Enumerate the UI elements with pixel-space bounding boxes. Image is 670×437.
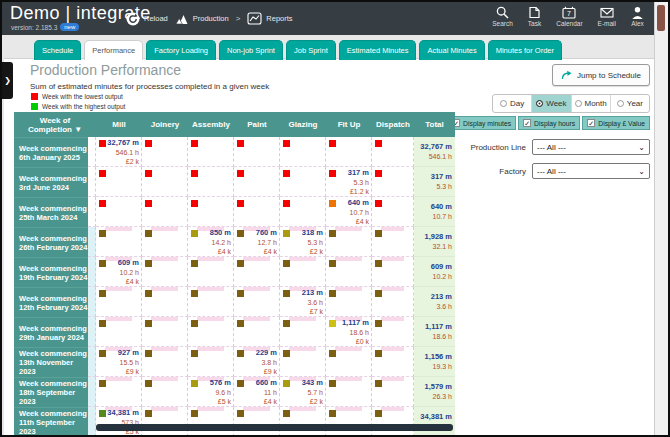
column-header-week-of-completion[interactable]: Week ofCompletion ▼ xyxy=(14,112,96,137)
cell-joinery[interactable] xyxy=(142,197,188,227)
tab-performance[interactable]: Performance xyxy=(84,40,143,60)
column-header-paint[interactable]: Paint xyxy=(234,112,280,137)
cell-mill[interactable] xyxy=(96,167,142,197)
cell-dispatch[interactable] xyxy=(372,257,414,287)
cell-mill[interactable] xyxy=(96,287,142,317)
tab-actual-minutes[interactable]: Actual Minutes xyxy=(419,40,484,60)
toggle-display-minutes[interactable]: ✓Display minutes xyxy=(447,116,516,130)
cell-paint[interactable] xyxy=(234,197,280,227)
nav-production[interactable]: Production xyxy=(175,12,229,25)
factory-select[interactable]: --- All --- ⌄ xyxy=(532,163,650,179)
cell-fitup[interactable] xyxy=(326,257,372,287)
cell-paint[interactable] xyxy=(234,407,280,437)
cell-glazing[interactable] xyxy=(280,317,326,347)
nav-reload[interactable]: Reload xyxy=(126,12,168,26)
cell-assembly[interactable] xyxy=(188,137,234,167)
cell-dispatch[interactable] xyxy=(372,377,414,407)
cell-dispatch[interactable] xyxy=(372,407,414,437)
tab-factory-loading[interactable]: Factory Loading xyxy=(146,40,216,60)
horizontal-scrollbar-thumb[interactable] xyxy=(96,424,453,431)
cell-assembly[interactable] xyxy=(188,167,234,197)
tab-non-job-sprint[interactable]: Non-job Sprint xyxy=(219,40,283,60)
tab-estimated-minutes[interactable]: Estimated Minutes xyxy=(339,40,417,60)
cell-assembly[interactable] xyxy=(188,257,234,287)
cell-joinery[interactable] xyxy=(142,167,188,197)
cell-dispatch[interactable] xyxy=(372,347,414,377)
cell-joinery[interactable] xyxy=(142,377,188,407)
column-header-joinery[interactable]: Joinery xyxy=(142,112,188,137)
vertical-scrollbar-thumb[interactable] xyxy=(657,5,665,31)
toggle-display-hours[interactable]: ✓Display hours xyxy=(518,116,580,130)
cell-glazing[interactable] xyxy=(280,257,326,287)
cell-paint[interactable] xyxy=(234,167,280,197)
cell-fitup[interactable] xyxy=(326,137,372,167)
cell-glazing[interactable] xyxy=(280,167,326,197)
column-header-mill[interactable]: Mill xyxy=(96,112,142,137)
cell-mill[interactable]: 32,767 m546.1 h£2 k xyxy=(96,137,142,167)
cell-fitup[interactable]: 317 m5.3 h£1.2 k xyxy=(326,167,372,197)
cell-fitup[interactable] xyxy=(326,407,372,437)
cell-paint[interactable]: 760 m12.7 h£4 k xyxy=(234,227,280,257)
cell-mill[interactable] xyxy=(96,227,142,257)
cell-assembly[interactable]: 850 m14.2 h£4 k xyxy=(188,227,234,257)
production-line-select[interactable]: --- All --- ⌄ xyxy=(532,139,650,155)
cell-dispatch[interactable] xyxy=(372,197,414,227)
cell-assembly[interactable] xyxy=(188,317,234,347)
cell-fitup[interactable] xyxy=(326,377,372,407)
cell-dispatch[interactable] xyxy=(372,167,414,197)
cell-fitup[interactable] xyxy=(326,287,372,317)
period-year[interactable]: Year xyxy=(610,95,649,112)
cell-fitup[interactable] xyxy=(326,227,372,257)
cell-assembly[interactable] xyxy=(188,197,234,227)
tab-job-sprint[interactable]: Job Sprint xyxy=(286,40,336,60)
cell-glazing[interactable] xyxy=(280,137,326,167)
cell-dispatch[interactable] xyxy=(372,287,414,317)
column-header-dispatch[interactable]: Dispatch xyxy=(372,112,414,137)
cell-fitup[interactable]: 640 m10.7 h£4 k xyxy=(326,197,372,227)
cell-glazing[interactable] xyxy=(280,407,326,437)
cell-joinery[interactable] xyxy=(142,407,188,437)
cell-paint[interactable] xyxy=(234,317,280,347)
cell-assembly[interactable] xyxy=(188,347,234,377)
cell-fitup[interactable] xyxy=(326,347,372,377)
cell-assembly[interactable]: 576 m9.6 h£5 k xyxy=(188,377,234,407)
period-month[interactable]: Month xyxy=(571,95,610,112)
cell-assembly[interactable] xyxy=(188,287,234,317)
cell-assembly[interactable] xyxy=(188,407,234,437)
cell-dispatch[interactable] xyxy=(372,227,414,257)
cell-mill[interactable] xyxy=(96,197,142,227)
cell-glazing[interactable]: 213 m3.6 h£7 k xyxy=(280,287,326,317)
user-menu[interactable]: Alex xyxy=(631,6,644,27)
column-header-fit-up[interactable]: Fit Up xyxy=(326,112,372,137)
period-day[interactable]: Day xyxy=(493,95,531,112)
tab-schedule[interactable]: Schedule xyxy=(34,40,81,60)
sidebar-collapse-handle[interactable]: ❯ xyxy=(2,62,13,99)
task-button[interactable]: Task xyxy=(528,6,541,27)
cell-paint[interactable] xyxy=(234,137,280,167)
cell-glazing[interactable]: 343 m5.7 h£2 k xyxy=(280,377,326,407)
cell-joinery[interactable] xyxy=(142,137,188,167)
cell-paint[interactable]: 660 m11 h£4 k xyxy=(234,377,280,407)
jump-to-schedule-button[interactable]: Jump to Schedule xyxy=(552,64,650,86)
cell-paint[interactable] xyxy=(234,257,280,287)
nav-reports[interactable]: Reports xyxy=(247,12,292,25)
column-header-total[interactable]: Total xyxy=(414,112,455,137)
cell-dispatch[interactable] xyxy=(372,137,414,167)
cell-joinery[interactable] xyxy=(142,227,188,257)
column-header-assembly[interactable]: Assembly xyxy=(188,112,234,137)
cell-dispatch[interactable] xyxy=(372,317,414,347)
cell-mill[interactable]: 609 m10.2 h£4 k xyxy=(96,257,142,287)
cell-mill[interactable]: 927 m15.5 h£9 k xyxy=(96,347,142,377)
calendar-button[interactable]: 7 Calendar xyxy=(556,6,582,27)
email-button[interactable]: E-mail xyxy=(598,6,616,27)
period-week[interactable]: Week xyxy=(531,95,570,112)
cell-glazing[interactable] xyxy=(280,347,326,377)
cell-joinery[interactable] xyxy=(142,347,188,377)
cell-mill[interactable]: 34,381 m573 h£5 k xyxy=(96,407,142,437)
cell-mill[interactable] xyxy=(96,377,142,407)
cell-paint[interactable] xyxy=(234,287,280,317)
cell-glazing[interactable]: 318 m5.3 h£2 k xyxy=(280,227,326,257)
search-button[interactable]: Search xyxy=(492,6,513,27)
cell-fitup[interactable]: 1,117 m18.6 h£0 k xyxy=(326,317,372,347)
tab-minutes-for-order[interactable]: Minutes for Order xyxy=(488,40,562,60)
